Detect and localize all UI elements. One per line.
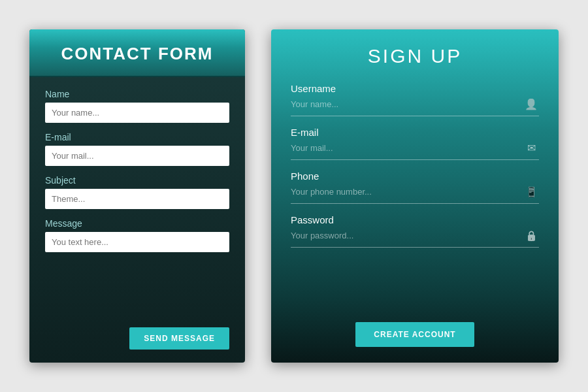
name-field-group: Name bbox=[45, 89, 229, 123]
message-field-group: Message bbox=[45, 218, 229, 252]
signup-phone-input[interactable] bbox=[291, 184, 523, 199]
subject-field-group: Subject bbox=[45, 175, 229, 209]
contact-form-body: Name E-mail Subject Message bbox=[29, 77, 245, 321]
email-icon bbox=[523, 141, 539, 155]
signup-phone-group: Phone bbox=[291, 171, 539, 204]
signup-header: SIGN UP bbox=[271, 29, 559, 78]
signup-email-row bbox=[291, 140, 539, 160]
create-account-button[interactable]: CREATE ACCOUNT bbox=[355, 322, 474, 347]
signup-body: Username E-mail Phone Password bbox=[271, 78, 559, 316]
signup-footer: CREATE ACCOUNT bbox=[271, 316, 559, 363]
signup-phone-label: Phone bbox=[291, 171, 539, 182]
name-input[interactable] bbox=[45, 103, 229, 123]
name-label: Name bbox=[45, 89, 229, 99]
contact-form-card: CONTACT FORM Name E-mail Subject Message… bbox=[29, 29, 245, 363]
lock-icon bbox=[523, 229, 539, 242]
signup-email-group: E-mail bbox=[291, 127, 539, 160]
signup-card: SIGN UP Username E-mail Phone Passw bbox=[271, 29, 559, 363]
signup-phone-row bbox=[291, 184, 539, 204]
user-icon bbox=[523, 97, 539, 111]
phone-icon bbox=[523, 185, 539, 199]
signup-username-label: Username bbox=[291, 83, 539, 94]
signup-password-input[interactable] bbox=[291, 228, 523, 243]
signup-username-row bbox=[291, 97, 539, 116]
signup-email-input[interactable] bbox=[291, 140, 523, 155]
signup-title: SIGN UP bbox=[291, 45, 539, 67]
signup-email-label: E-mail bbox=[291, 127, 539, 138]
send-message-button[interactable]: SEND MESSAGE bbox=[129, 327, 229, 350]
message-input[interactable] bbox=[45, 232, 229, 252]
signup-username-group: Username bbox=[291, 83, 539, 116]
email-input[interactable] bbox=[45, 146, 229, 166]
contact-form-header: CONTACT FORM bbox=[29, 29, 245, 77]
contact-form-title: CONTACT FORM bbox=[42, 44, 232, 64]
subject-input[interactable] bbox=[45, 189, 229, 209]
email-field-group: E-mail bbox=[45, 132, 229, 166]
subject-label: Subject bbox=[45, 175, 229, 186]
signup-username-input[interactable] bbox=[291, 97, 523, 112]
contact-form-footer: SEND MESSAGE bbox=[29, 321, 245, 363]
signup-password-row bbox=[291, 228, 539, 248]
signup-password-group: Password bbox=[291, 214, 539, 248]
message-label: Message bbox=[45, 218, 229, 229]
email-label: E-mail bbox=[45, 132, 229, 142]
signup-password-label: Password bbox=[291, 214, 539, 225]
